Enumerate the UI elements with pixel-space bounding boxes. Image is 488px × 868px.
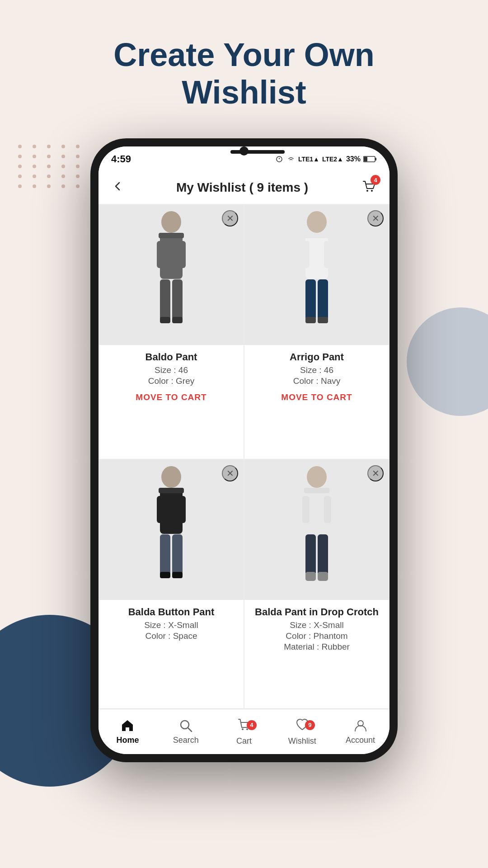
product-grid: ✕ Baldo Pant Size : 46 Color : Grey MOVE…	[99, 204, 389, 709]
nav-item-search[interactable]: Search	[157, 709, 215, 754]
page-title: Create Your Own Wishlist	[113, 36, 374, 111]
move-to-cart-2[interactable]: MOVE TO CART	[281, 392, 352, 402]
wishlist-nav-badge: 9	[305, 720, 315, 730]
svg-rect-41	[305, 572, 316, 581]
product-size-4: Size : X-Small	[290, 620, 343, 630]
phone-device: 4:59 LTE1▲ LTE2▲ 33%	[90, 138, 398, 762]
svg-rect-30	[157, 496, 164, 523]
page-header: Create Your Own Wishlist	[113, 36, 374, 111]
remove-button-1[interactable]: ✕	[222, 210, 238, 226]
product-color-1: Color : Grey	[148, 376, 194, 386]
product-size-3: Size : X-Small	[144, 620, 198, 630]
product-color-3: Color : Space	[145, 631, 197, 641]
product-color-4: Color : Phantom	[286, 631, 347, 641]
battery-icon	[363, 156, 377, 163]
product-size-2: Size : 46	[300, 365, 333, 375]
svg-rect-14	[160, 317, 170, 323]
wifi-icon	[286, 156, 296, 163]
svg-point-7	[161, 211, 181, 233]
bg-dots	[18, 145, 84, 188]
product-image-4	[244, 460, 389, 600]
product-name-3: Balda Button Pant	[128, 606, 215, 618]
home-icon	[120, 718, 135, 733]
svg-rect-33	[172, 572, 183, 578]
svg-rect-19	[305, 279, 316, 320]
search-icon	[178, 718, 193, 733]
bottom-nav: Home Search	[99, 709, 389, 754]
remove-button-4[interactable]: ✕	[367, 465, 384, 481]
svg-line-44	[188, 728, 192, 731]
signal-lte2: LTE2▲	[322, 156, 343, 163]
svg-rect-9	[159, 233, 184, 238]
move-to-cart-1[interactable]: MOVE TO CART	[136, 392, 206, 402]
product-image-1	[99, 205, 244, 345]
svg-point-34	[307, 466, 327, 488]
remove-button-2[interactable]: ✕	[367, 210, 384, 226]
product-image-2	[244, 205, 389, 345]
app-header: My Wishlist ( 9 items ) 4	[99, 172, 389, 204]
wishlist-title: My Wishlist ( 9 items )	[176, 180, 308, 195]
product-card: ✕ Balda Button Pant Size : X-Small Color…	[99, 459, 244, 709]
svg-rect-3	[375, 158, 376, 160]
svg-rect-21	[302, 241, 310, 268]
svg-rect-28	[160, 534, 170, 575]
svg-rect-37	[305, 534, 316, 575]
cart-icon-wrapper[interactable]: 4	[361, 179, 377, 197]
nav-label-search: Search	[173, 736, 199, 745]
product-figure-2	[281, 209, 353, 340]
cart-nav-badge: 4	[247, 720, 257, 730]
back-button[interactable]	[111, 180, 124, 196]
svg-rect-29	[172, 534, 183, 575]
product-size-1: Size : 46	[155, 365, 188, 375]
account-icon	[353, 718, 368, 733]
product-card: ✕ Baldo Pant Size : 46 Color : Grey MOVE…	[99, 204, 244, 459]
svg-point-5	[366, 190, 368, 192]
nav-item-home[interactable]: Home	[99, 709, 157, 754]
svg-rect-11	[172, 279, 183, 320]
product-figure-4	[281, 464, 353, 595]
nav-label-account: Account	[346, 736, 375, 745]
nav-item-account[interactable]: Account	[331, 709, 389, 754]
alarm-icon	[275, 156, 284, 163]
svg-rect-18	[304, 233, 329, 238]
svg-point-45	[242, 728, 244, 730]
svg-rect-27	[159, 488, 184, 493]
svg-rect-22	[324, 241, 331, 268]
product-image-3	[99, 460, 244, 600]
svg-rect-13	[178, 241, 186, 268]
bg-circle-right	[407, 307, 488, 416]
svg-rect-12	[157, 241, 164, 268]
product-name-1: Baldo Pant	[145, 351, 197, 363]
svg-point-16	[307, 211, 327, 233]
svg-rect-24	[318, 317, 328, 323]
nav-label-wishlist: Wishlist	[288, 736, 316, 746]
nav-label-home: Home	[116, 736, 139, 745]
product-name-4: Balda Pant in Drop Crotch	[255, 606, 379, 618]
status-bar-right: LTE1▲ LTE2▲ 33%	[275, 155, 377, 163]
product-name-2: Arrigo Pant	[290, 351, 344, 363]
signal-lte: LTE1▲	[298, 156, 319, 163]
nav-item-wishlist[interactable]: 9 Wishlist	[273, 709, 331, 754]
nav-item-cart[interactable]: 4 Cart	[215, 709, 273, 754]
product-color-2: Color : Navy	[293, 376, 341, 386]
product-figure-1	[135, 209, 207, 340]
cart-badge: 4	[371, 175, 380, 185]
svg-rect-31	[178, 496, 186, 523]
svg-point-6	[371, 190, 373, 192]
product-material-4: Material : Rubber	[284, 642, 350, 652]
svg-rect-15	[172, 317, 183, 323]
status-time: 4:59	[111, 153, 131, 165]
svg-rect-38	[318, 534, 328, 575]
phone-screen: 4:59 LTE1▲ LTE2▲ 33%	[99, 146, 389, 754]
svg-rect-4	[364, 157, 367, 161]
svg-rect-10	[160, 279, 170, 320]
svg-rect-40	[324, 496, 331, 523]
svg-rect-42	[318, 572, 328, 581]
product-card: ✕ Arrigo Pant Size : 46 Color : Navy MOV…	[244, 204, 389, 459]
svg-point-25	[161, 466, 181, 488]
product-figure-3	[135, 464, 207, 595]
product-card: ✕ Balda Pant in Drop Crotch Size : X-Sma…	[244, 459, 389, 709]
svg-rect-20	[318, 279, 328, 320]
svg-rect-32	[160, 572, 170, 578]
remove-button-3[interactable]: ✕	[222, 465, 238, 481]
